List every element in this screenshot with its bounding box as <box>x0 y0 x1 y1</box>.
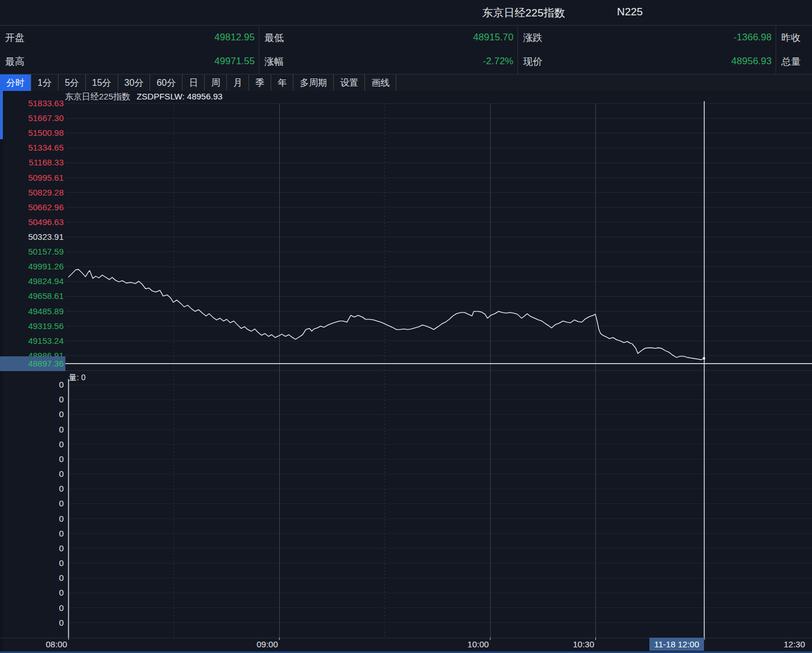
price-axis-label: 51667.30 <box>0 114 64 123</box>
index-name: 东京日经225指数 <box>482 6 565 20</box>
chart-legend: 东京日经225指数 ZSDPFSLW: 48956.93 <box>65 91 222 102</box>
legend-current-reading: ZSDPFSLW: 48956.93 <box>136 91 222 101</box>
title-bar: 东京日经225指数 N225 <box>0 0 812 26</box>
price-axis-label: 50157.59 <box>0 247 64 256</box>
volume-title: 量: 0 <box>69 373 86 383</box>
tab-多周期[interactable]: 多周期 <box>293 74 334 91</box>
volume-axis-label: 0 <box>0 529 64 538</box>
volume-axis-label: 0 <box>0 559 64 568</box>
tab-5分[interactable]: 5分 <box>59 74 86 91</box>
info-column: 涨跌-1366.98现价48956.93 <box>518 26 776 74</box>
info-column: 最低48915.70涨幅-2.72% <box>259 26 518 74</box>
price-axis-label: 51500.98 <box>0 128 64 138</box>
quote-field: 最高49971.55 <box>0 49 259 73</box>
volume-axis-label: 0 <box>0 514 64 523</box>
volume-axis-label: 0 <box>0 618 64 627</box>
time-axis-label: 10:00 <box>467 638 490 651</box>
price-axis-label: 49319.56 <box>0 322 64 331</box>
tab-1分[interactable]: 1分 <box>31 74 59 91</box>
crosshair-price-label: 48897.36 <box>0 356 65 371</box>
quote-field-label: 总量 <box>781 55 801 68</box>
quote-field-value: -2.72% <box>483 56 513 67</box>
tab-分时[interactable]: 分时 <box>0 74 31 91</box>
price-axis-label: 49824.94 <box>0 277 64 286</box>
period-tab-bar: 分时1分5分15分30分60分日周月季年多周期设置画线 <box>0 74 812 91</box>
tab-周[interactable]: 周 <box>205 74 227 91</box>
volume-axis-label: 0 <box>0 410 64 419</box>
quote-field-label: 最高 <box>5 55 24 68</box>
quote-field-value: 49971.55 <box>214 56 255 67</box>
quote-field-label: 现价 <box>523 55 542 68</box>
quote-field-value: -1366.98 <box>734 32 772 43</box>
tab-日[interactable]: 日 <box>183 74 205 91</box>
tab-月[interactable]: 月 <box>227 74 249 91</box>
quote-field: 涨跌-1366.98 <box>518 26 776 49</box>
quote-field-label: 开盘 <box>5 31 24 44</box>
tab-30分[interactable]: 30分 <box>118 74 151 91</box>
trading-app-window: 东京日经225指数 N225 开盘49812.95最高49971.55最低489… <box>0 0 812 653</box>
volume-axis-label: 0 <box>0 499 64 508</box>
price-axis-label: 49485.89 <box>0 307 64 316</box>
price-chart-svg[interactable] <box>0 91 812 653</box>
quote-field-value: 48956.93 <box>731 56 772 67</box>
quote-info-panel: 开盘49812.95最高49971.55最低48915.70涨幅-2.72%涨跌… <box>0 26 812 74</box>
volume-axis-label: 0 <box>0 440 64 449</box>
price-line <box>68 269 704 360</box>
volume-axis-label: 0 <box>0 395 64 404</box>
price-axis-label: 50829.28 <box>0 188 64 197</box>
price-axis-label: 51334.65 <box>0 143 64 152</box>
quote-field-label: 涨跌 <box>523 31 542 44</box>
tab-设置[interactable]: 设置 <box>334 74 365 91</box>
chart-area[interactable]: 东京日经225指数 ZSDPFSLW: 48956.93 51833.63516… <box>0 91 812 653</box>
volume-axis-label: 0 <box>0 544 64 553</box>
volume-axis-label: 0 <box>0 588 64 597</box>
quote-field: 开盘49812.95 <box>0 26 259 49</box>
price-line-endpoint <box>703 357 705 359</box>
quote-field: 涨幅-2.72% <box>259 49 517 73</box>
time-axis-label: 08:00 <box>45 638 68 651</box>
index-symbol: N225 <box>617 6 643 18</box>
quote-field: 昨收 <box>776 26 812 49</box>
price-axis-label: 50662.96 <box>0 203 64 212</box>
volume-axis-label: 0 <box>0 380 64 389</box>
volume-axis-label: 0 <box>0 469 64 479</box>
price-axis-label: 50323.91 <box>0 232 64 242</box>
price-axis-label: 51833.63 <box>0 99 64 108</box>
time-axis-label: 10:30 <box>573 638 595 651</box>
legend-index-name: 东京日经225指数 <box>65 91 130 101</box>
info-column: 昨收总量 <box>776 26 812 74</box>
tab-15分[interactable]: 15分 <box>86 74 118 91</box>
price-axis-label: 51168.33 <box>0 158 64 167</box>
quote-field: 最低48915.70 <box>259 26 517 49</box>
price-axis-label: 49991.26 <box>0 262 64 271</box>
info-column: 开盘49812.95最高49971.55 <box>0 26 259 74</box>
quote-field-label: 涨幅 <box>264 55 284 68</box>
volume-axis-label: 0 <box>0 573 64 583</box>
volume-axis-label: 0 <box>0 455 64 464</box>
price-axis-label: 50995.61 <box>0 173 64 182</box>
volume-axis-label: 0 <box>0 425 64 434</box>
price-axis-label: 50496.63 <box>0 218 64 227</box>
quote-field-value: 48915.70 <box>473 32 513 43</box>
quote-field-label: 昨收 <box>781 31 801 44</box>
quote-field-label: 最低 <box>264 31 284 44</box>
quote-field-value: 49812.95 <box>214 32 255 43</box>
crosshair-time-label: 11-18 12:00 <box>649 638 705 651</box>
tab-60分[interactable]: 60分 <box>150 74 183 91</box>
tab-年[interactable]: 年 <box>271 74 293 91</box>
quote-field: 现价48956.93 <box>518 49 776 73</box>
volume-axis-label: 0 <box>0 484 64 493</box>
quote-field: 总量 <box>776 49 812 73</box>
volume-axis-label: 0 <box>0 604 64 613</box>
time-axis-label: 12:30 <box>784 638 806 651</box>
tab-画线[interactable]: 画线 <box>365 74 396 91</box>
price-axis-label: 49658.61 <box>0 292 64 301</box>
time-axis: 08:0009:0010:0010:3012:3011-18 12:00 <box>0 638 812 651</box>
price-axis-label: 49153.24 <box>0 336 64 346</box>
time-axis-label: 09:00 <box>256 638 279 651</box>
tab-季[interactable]: 季 <box>249 74 271 91</box>
